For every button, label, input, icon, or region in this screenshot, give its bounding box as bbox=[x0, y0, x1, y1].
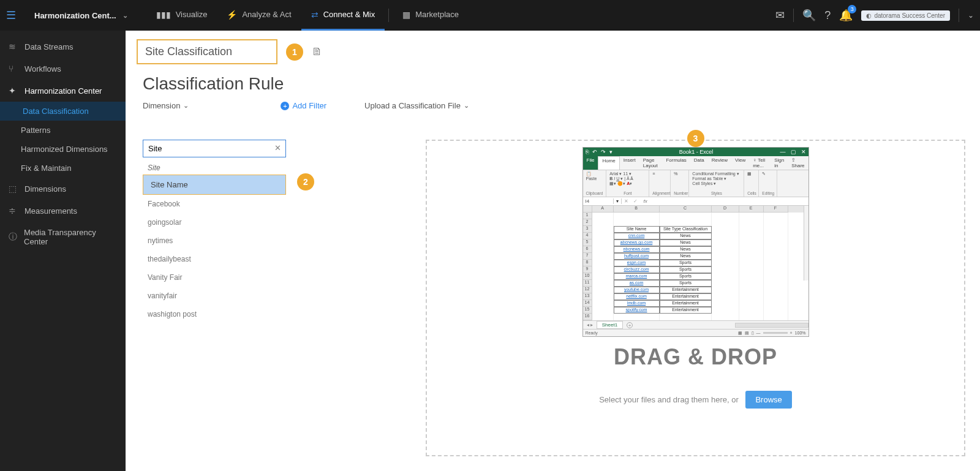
search-icon[interactable]: 🔍 bbox=[802, 9, 816, 22]
fx-check-icon: ✓ bbox=[631, 198, 640, 204]
dimension-option[interactable]: vanityfair bbox=[143, 287, 286, 305]
sidebar-item-workflows[interactable]: ⑂Workflows bbox=[0, 58, 126, 80]
excel-menu-item: File bbox=[583, 156, 598, 170]
workspace-selector[interactable]: Harmonization Cent... ⌄ bbox=[34, 11, 128, 20]
dimension-search: ✕ bbox=[143, 140, 286, 157]
plus-icon: + bbox=[281, 102, 289, 110]
tab-label: Visualize bbox=[176, 10, 208, 19]
excel-body: Site NameSite Type Classificationcnn.com… bbox=[592, 213, 788, 320]
filter-row: Dimension⌄ +Add Filter Upload a Classifi… bbox=[126, 97, 980, 114]
sidebar-item-harmonization[interactable]: ✦Harmonization Center bbox=[0, 80, 126, 102]
title-row: 1 🗎 bbox=[126, 31, 980, 68]
sidebar-sub-fix-maintain[interactable]: Fix & Maintain bbox=[0, 159, 126, 178]
editing-icon: ✎ bbox=[762, 171, 774, 176]
link-icon: ⇄ bbox=[311, 10, 318, 20]
cell-reference: I4 bbox=[583, 198, 614, 204]
excel-menu-item: View bbox=[731, 156, 749, 170]
ribbon-group-label: Font bbox=[609, 191, 646, 195]
percent-icon: % bbox=[674, 171, 685, 176]
excel-menu-item: ♀ Tell me... bbox=[749, 156, 771, 170]
sidebar-sub-data-classification[interactable]: Data Classification bbox=[0, 102, 126, 121]
upload-file-dropdown[interactable]: Upload a Classification File⌄ bbox=[364, 101, 469, 110]
tab-visualize[interactable]: ▮▮▮Visualize bbox=[146, 0, 217, 31]
excel-window-title: Book1 - Excel bbox=[679, 149, 714, 155]
paste-icon: 📋Paste bbox=[586, 171, 603, 181]
notes-icon[interactable]: 🗎 bbox=[312, 45, 323, 58]
dimension-option[interactable]: nytimes bbox=[143, 232, 286, 250]
sidebar-sub-label: Harmonized Dimensions bbox=[21, 145, 108, 154]
zoom-level: 100% bbox=[795, 331, 806, 335]
workflow-icon: ⑂ bbox=[9, 64, 20, 73]
dimension-panel: ✕ Site Site Name Facebook goingsolar nyt… bbox=[143, 140, 286, 323]
status-text: Ready bbox=[586, 331, 598, 335]
browse-button[interactable]: Browse bbox=[745, 391, 791, 409]
clear-icon[interactable]: ✕ bbox=[274, 143, 281, 153]
col-header: D bbox=[712, 206, 739, 213]
dimension-option[interactable]: Facebook bbox=[143, 195, 286, 213]
excel-menu: File Home Insert Page Layout Formulas Da… bbox=[583, 156, 809, 170]
separator bbox=[959, 9, 959, 22]
dimension-option[interactable]: thedailybeast bbox=[143, 250, 286, 268]
hamburger-icon[interactable]: ☰ bbox=[6, 9, 16, 22]
dimension-dropdown[interactable]: Dimension⌄ bbox=[143, 101, 189, 110]
col-header: B bbox=[614, 206, 660, 213]
ribbon-group-label: Editing bbox=[762, 191, 774, 195]
tab-analyze[interactable]: ⚡Analyze & Act bbox=[217, 0, 301, 31]
chevron-down-icon: ⌄ bbox=[183, 102, 189, 110]
add-filter-label: Add Filter bbox=[292, 101, 326, 110]
col-header: E bbox=[739, 206, 764, 213]
dimension-option-site-name[interactable]: Site Name bbox=[143, 175, 286, 195]
view-normal-icon: ▦ bbox=[738, 331, 742, 336]
page-heading: Classification Rule bbox=[126, 68, 980, 97]
inbox-icon[interactable]: ✉ bbox=[775, 9, 785, 22]
maximize-icon: ▢ bbox=[791, 149, 796, 155]
ribbon-group-label: Cells bbox=[747, 191, 755, 195]
tab-connect[interactable]: ⇄Connect & Mix bbox=[301, 0, 385, 31]
excel-ribbon: 📋PasteClipboard Arial ▾ 11 ▾B I U ▾ | Â… bbox=[583, 170, 809, 197]
grid-icon: ▦ bbox=[402, 10, 410, 20]
cube-icon: ⬚ bbox=[9, 184, 20, 194]
rule-name-input[interactable] bbox=[137, 39, 277, 64]
dimension-option[interactable]: washigton post bbox=[143, 305, 286, 323]
success-center-button[interactable]: ◐datorama Success Center bbox=[861, 10, 950, 21]
add-filter-button[interactable]: +Add Filter bbox=[281, 101, 326, 110]
chevron-down-icon[interactable]: ⌄ bbox=[968, 11, 974, 20]
col-header: C bbox=[660, 206, 712, 213]
help-icon[interactable]: ? bbox=[824, 9, 831, 22]
sidebar-label: Measurements bbox=[24, 206, 77, 216]
excel-qat: ⎘ ↶ ↷ ▾ bbox=[586, 149, 612, 155]
excel-menu-item: Sign in bbox=[771, 156, 788, 170]
sidebar-label: Media Transparency Center bbox=[24, 228, 117, 246]
col-header: A bbox=[592, 206, 614, 213]
excel-menu-item: Home bbox=[598, 156, 619, 170]
dimension-label: Dimension bbox=[143, 101, 180, 110]
ribbon-group-label: Clipboard bbox=[586, 191, 603, 195]
dimension-option-list: Facebook goingsolar nytimes thedailybeas… bbox=[143, 195, 286, 323]
topbar-right: ✉ 🔍 ? 🔔3 ◐datorama Success Center ⌄ bbox=[775, 9, 974, 22]
dimension-option[interactable]: Vanity Fair bbox=[143, 268, 286, 287]
info-icon: ⓘ bbox=[9, 232, 19, 243]
sidebar-item-media-transparency[interactable]: ⓘMedia Transparency Center bbox=[0, 222, 126, 252]
excel-scrollbar-v bbox=[804, 206, 809, 281]
tab-marketplace[interactable]: ▦Marketplace bbox=[393, 0, 469, 31]
sidebar-sub-harmonized-dimensions[interactable]: Harmonized Dimensions bbox=[0, 140, 126, 159]
sidebar-item-measurements[interactable]: ≑Measurements bbox=[0, 200, 126, 222]
file-drop-zone[interactable]: 3 ⎘ ↶ ↷ ▾ Book1 - Excel —▢✕ File Home bbox=[426, 140, 965, 456]
excel-menu-item: Insert bbox=[620, 156, 639, 170]
sidebar-item-dimensions[interactable]: ⬚Dimensions bbox=[0, 178, 126, 200]
sidebar-sub-patterns[interactable]: Patterns bbox=[0, 121, 126, 140]
drop-subline: Select your files and drag them here, or… bbox=[427, 391, 964, 409]
styles-item: Conditional Formatting ▾ bbox=[692, 171, 741, 176]
fx-dropdown-icon: ▾ bbox=[614, 198, 622, 204]
notification-badge: 3 bbox=[848, 5, 856, 13]
bell-icon[interactable]: 🔔3 bbox=[839, 9, 853, 22]
sheet-nav-icon: ◂ ▸ bbox=[583, 322, 597, 328]
dimension-search-input[interactable] bbox=[143, 140, 286, 157]
main-content: 1 🗎 Classification Rule Dimension⌄ +Add … bbox=[126, 31, 980, 471]
dimension-option[interactable]: goingsolar bbox=[143, 213, 286, 232]
callout-2: 2 bbox=[297, 173, 314, 190]
excel-menu-item: ⇪ Share bbox=[788, 156, 808, 170]
sidebar-item-data-streams[interactable]: ≋Data Streams bbox=[0, 36, 126, 58]
excel-row-headers: 12345678910111213141516 bbox=[583, 213, 592, 320]
workspace-name: Harmonization Cent... bbox=[34, 11, 116, 20]
